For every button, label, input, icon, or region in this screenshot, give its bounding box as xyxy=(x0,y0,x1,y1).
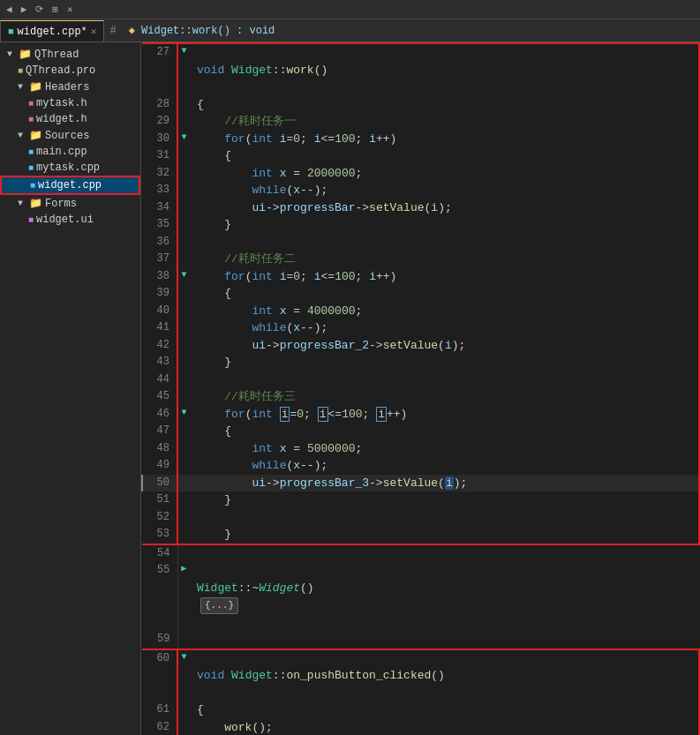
code-line-39: 39 { xyxy=(142,285,699,303)
mytask-cpp-icon: ■ xyxy=(28,163,34,173)
sidebar-item-widget-ui[interactable]: ■ widget.ui xyxy=(0,212,140,228)
code-line-61: 61 { xyxy=(142,701,699,719)
code-line-33: 33 while(x--); xyxy=(142,182,699,199)
sidebar-item-sources[interactable]: ▼ 📁 Sources xyxy=(0,127,140,144)
sidebar-item-headers[interactable]: ▼ 📁 Headers xyxy=(0,79,140,95)
code-line-47: 47 { xyxy=(142,423,699,440)
nav-refresh-btn[interactable]: ⟳ xyxy=(33,4,46,15)
code-line-59: 59 xyxy=(142,631,699,649)
code-line-42: 42 ui->progressBar_2->setValue(i); xyxy=(142,337,699,355)
code-line-38: 38 ▼ for(int i=0; i<=100; i++) xyxy=(142,268,699,286)
code-line-44: 44 xyxy=(142,371,699,389)
code-line-30: 30 ▼ for(int i=0; i<=100; i++) xyxy=(142,131,699,148)
code-line-55: 55 ▶ Widget::~Widget() {...} xyxy=(142,562,699,631)
code-line-62: 62 work(); xyxy=(142,719,699,736)
sidebar-item-mytask-h[interactable]: ■ mytask.h xyxy=(0,95,140,111)
code-line-51: 51 } xyxy=(142,491,699,509)
main-cpp-label: main.cpp xyxy=(36,146,87,158)
sidebar-item-qthread[interactable]: ▼ 📁 QThread xyxy=(0,46,140,63)
widget-cpp-icon: ■ xyxy=(30,181,35,191)
code-line-34: 34 ui->progressBar->setValue(i); xyxy=(142,199,699,217)
widget-h-icon: ■ xyxy=(28,115,34,124)
nav-close-btn[interactable]: ✕ xyxy=(64,4,76,15)
tab-widget-cpp[interactable]: ■ widget.cpp* ✕ xyxy=(0,20,104,41)
code-line-29: 29 //耗时任务一 xyxy=(142,113,699,131)
code-line-60: 60 ▼ void Widget::on_pushButton_clicked(… xyxy=(142,649,699,702)
top-bar: ◀ ▶ ⟳ ⊞ ✕ xyxy=(0,0,700,19)
widget-cpp-label: widget.cpp xyxy=(38,179,102,191)
tab-close-btn[interactable]: ✕ xyxy=(91,26,97,37)
code-line-35: 35 } xyxy=(142,216,699,234)
tab-label: widget.cpp* xyxy=(18,26,87,38)
sidebar-item-qthread-pro[interactable]: ■ QThread.pro xyxy=(0,63,140,79)
code-line-43: 43 } xyxy=(142,354,699,371)
nav-back-btn[interactable]: ◀ xyxy=(4,4,15,15)
sources-label: Sources xyxy=(45,130,89,142)
code-line-31: 31 { xyxy=(142,147,699,165)
code-line-32: 32 int x = 2000000; xyxy=(142,165,699,183)
widget-ui-label: widget.ui xyxy=(36,214,94,226)
code-line-54: 54 xyxy=(142,544,699,563)
headers-label: Headers xyxy=(45,81,89,94)
sources-arrow-icon: ▼ xyxy=(18,131,26,140)
code-line-45: 45 //耗时任务三 xyxy=(142,388,699,406)
sources-folder-icon: 📁 xyxy=(29,129,42,142)
code-line-50: 50 ui->progressBar_3->setValue(i); xyxy=(142,475,699,492)
code-table: 27 ▼ void Widget::work() 28 { 29 //耗时任务一 xyxy=(141,42,700,735)
sidebar: ▼ 📁 QThread ■ QThread.pro ▼ 📁 Headers ■ … xyxy=(0,42,141,735)
sidebar-item-forms[interactable]: ▼ 📁 Forms xyxy=(0,195,140,212)
qthread-folder-icon: 📁 xyxy=(19,48,32,61)
nav-split-btn[interactable]: ⊞ xyxy=(49,4,61,15)
qthread-arrow-icon: ▼ xyxy=(7,49,16,59)
qthread-label: QThread xyxy=(34,49,79,61)
tab-separator: # xyxy=(104,25,121,37)
code-line-53: 53 } xyxy=(142,526,699,544)
qthread-pro-icon: ■ xyxy=(18,66,23,76)
code-line-36: 36 xyxy=(142,234,699,251)
code-line-49: 49 while(x--); xyxy=(142,457,699,475)
code-line-48: 48 int x = 5000000; xyxy=(142,440,699,458)
headers-folder-icon: 📁 xyxy=(29,80,42,94)
tab-function-breadcrumb: ◆ Widget::work() : void xyxy=(122,24,282,37)
sidebar-item-widget-h[interactable]: ■ widget.h xyxy=(0,111,140,127)
mytask-h-icon: ■ xyxy=(28,99,34,109)
forms-label: Forms xyxy=(45,198,77,210)
qthread-pro-label: QThread.pro xyxy=(26,64,95,77)
code-line-37: 37 //耗时任务二 xyxy=(142,251,699,268)
tab-icon: ■ xyxy=(8,26,14,37)
tab-bar: ■ widget.cpp* ✕ # ◆ Widget::work() : voi… xyxy=(0,19,700,42)
code-line-40: 40 int x = 4000000; xyxy=(142,303,699,320)
sidebar-item-widget-cpp[interactable]: ■ widget.cpp xyxy=(0,176,140,195)
main-cpp-icon: ■ xyxy=(28,147,34,157)
code-line-46: 46 ▼ for(int i=0; i<=100; i++) xyxy=(142,406,699,424)
code-line-52: 52 xyxy=(142,509,699,527)
code-line-27: 27 ▼ void Widget::work() xyxy=(142,43,699,96)
forms-folder-icon: 📁 xyxy=(29,197,42,210)
mytask-h-label: mytask.h xyxy=(36,97,87,109)
forms-arrow-icon: ▼ xyxy=(18,199,26,208)
headers-arrow-icon: ▼ xyxy=(18,82,26,92)
main-layout: ▼ 📁 QThread ■ QThread.pro ▼ 📁 Headers ■ … xyxy=(0,42,700,735)
widget-ui-icon: ■ xyxy=(28,215,34,225)
sidebar-item-main-cpp[interactable]: ■ main.cpp xyxy=(0,144,140,160)
sidebar-item-mytask-cpp[interactable]: ■ mytask.cpp xyxy=(0,160,140,176)
widget-h-label: widget.h xyxy=(36,113,87,125)
code-line-41: 41 while(x--); xyxy=(142,319,699,337)
code-editor[interactable]: 27 ▼ void Widget::work() 28 { 29 //耗时任务一 xyxy=(141,42,700,735)
code-line-28: 28 { xyxy=(142,96,699,114)
nav-fwd-btn[interactable]: ▶ xyxy=(19,4,30,15)
mytask-cpp-label: mytask.cpp xyxy=(36,161,100,174)
